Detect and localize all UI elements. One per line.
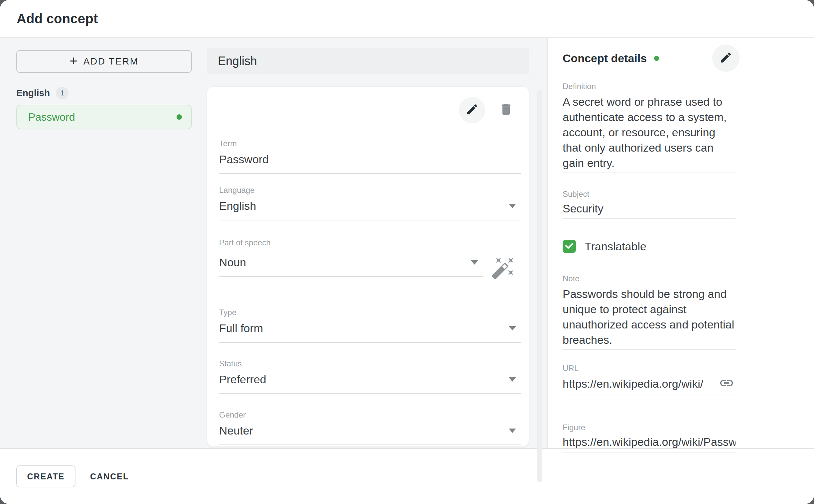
term-list-item-label: Password bbox=[28, 111, 75, 123]
url-input[interactable]: https://en.wikipedia.org/wiki/ bbox=[563, 376, 736, 395]
subject-value: Security bbox=[563, 202, 736, 219]
add-term-label: ADD TERM bbox=[83, 56, 139, 67]
concept-details-title: Concept details bbox=[563, 52, 647, 65]
translatable-label: Translatable bbox=[585, 240, 646, 253]
auto-detect-button[interactable] bbox=[491, 256, 515, 281]
definition-field: Definition A secret word or phrase used … bbox=[563, 81, 736, 173]
vertical-scrollbar[interactable] bbox=[537, 90, 542, 482]
pencil-icon bbox=[466, 103, 479, 117]
translatable-checkbox[interactable] bbox=[563, 240, 576, 253]
delete-term-button[interactable] bbox=[497, 101, 515, 119]
subject-field: Subject Security bbox=[563, 189, 736, 219]
type-select[interactable]: Full form bbox=[219, 321, 521, 343]
part-of-speech-select[interactable]: Noun bbox=[219, 256, 483, 277]
checkmark-icon bbox=[564, 240, 575, 253]
note-value: Passwords should be strong and unique to… bbox=[563, 286, 736, 350]
figure-field: Figure https://en.wikipedia.org/wiki/Pas… bbox=[563, 423, 736, 452]
gender-select-value: Neuter bbox=[219, 424, 253, 437]
url-field: URL https://en.wikipedia.org/wiki/ bbox=[563, 363, 736, 395]
field-gender-label: Gender bbox=[219, 410, 515, 420]
status-select-value: Preferred bbox=[219, 373, 266, 386]
language-select[interactable]: English bbox=[219, 199, 521, 220]
chevron-down-icon bbox=[509, 429, 516, 433]
plus-icon: + bbox=[69, 54, 77, 67]
magic-wand-icon bbox=[491, 256, 515, 282]
term-input-value: Password bbox=[219, 153, 269, 166]
term-list-item[interactable]: Password bbox=[16, 105, 192, 129]
concept-status-dot bbox=[654, 56, 659, 61]
field-language-label: Language bbox=[219, 185, 515, 195]
chevron-down-icon bbox=[509, 204, 516, 208]
page-title: Add concept bbox=[17, 11, 98, 26]
field-gender: Gender Neuter bbox=[219, 410, 515, 445]
url-value: https://en.wikipedia.org/wiki/ bbox=[563, 377, 703, 390]
chevron-down-icon bbox=[509, 326, 516, 330]
field-status: Status Preferred bbox=[219, 359, 515, 394]
term-status-dot bbox=[177, 114, 182, 120]
field-type: Type Full form bbox=[219, 308, 515, 343]
add-term-button[interactable]: + ADD TERM bbox=[16, 50, 192, 73]
concept-details-header: Concept details bbox=[563, 45, 740, 72]
gender-select[interactable]: Neuter bbox=[219, 424, 521, 445]
create-button[interactable]: CREATE bbox=[16, 465, 75, 487]
field-type-label: Type bbox=[219, 308, 515, 317]
subject-label: Subject bbox=[563, 189, 736, 199]
cancel-button[interactable]: CANCEL bbox=[87, 472, 132, 481]
concept-details-panel: Concept details Definition A secret word… bbox=[547, 38, 814, 448]
translatable-row: Translatable bbox=[563, 240, 736, 253]
link-icon bbox=[719, 375, 734, 392]
chevron-down-icon bbox=[509, 377, 516, 382]
note-field: Note Passwords should be strong and uniq… bbox=[563, 274, 736, 350]
note-label: Note bbox=[563, 274, 736, 284]
field-part-of-speech: Part of speech Noun bbox=[219, 238, 515, 281]
language-group-header: English 1 bbox=[16, 87, 207, 99]
field-language: Language English bbox=[219, 185, 515, 220]
dialog-header: Add concept bbox=[0, 0, 814, 38]
url-label: URL bbox=[563, 363, 736, 373]
term-card: Term Password Language English Part bbox=[207, 87, 529, 446]
dialog-footer: CREATE CANCEL bbox=[0, 448, 814, 504]
figure-value[interactable]: https://en.wikipedia.org/wiki/Password bbox=[563, 435, 736, 452]
type-select-value: Full form bbox=[219, 321, 263, 335]
dialog-body: + ADD TERM English 1 Password English bbox=[0, 38, 814, 448]
field-term: Term Password bbox=[219, 139, 515, 174]
terms-sidebar: + ADD TERM English 1 Password bbox=[0, 38, 207, 448]
term-editor: English bbox=[207, 38, 547, 448]
field-part-of-speech-label: Part of speech bbox=[219, 238, 515, 248]
field-status-label: Status bbox=[219, 359, 515, 369]
term-fields: Term Password Language English Part bbox=[219, 139, 515, 445]
term-editor-language-label: English bbox=[218, 54, 257, 68]
term-count-badge: 1 bbox=[56, 87, 68, 99]
open-link-button[interactable] bbox=[719, 376, 734, 391]
term-editor-header: English bbox=[207, 48, 529, 74]
term-card-actions bbox=[219, 97, 515, 123]
edit-concept-button[interactable] bbox=[712, 45, 740, 72]
figure-label: Figure bbox=[563, 423, 736, 433]
status-select[interactable]: Preferred bbox=[219, 373, 521, 394]
trash-icon bbox=[499, 102, 513, 118]
field-term-label: Term bbox=[219, 139, 515, 149]
part-of-speech-select-value: Noun bbox=[219, 256, 246, 269]
add-concept-dialog: Add concept + ADD TERM English 1 Passwor… bbox=[0, 0, 814, 504]
definition-value: A secret word or phrase used to authenti… bbox=[563, 94, 736, 173]
chevron-down-icon bbox=[471, 260, 478, 265]
language-select-value: English bbox=[219, 199, 256, 212]
term-input[interactable]: Password bbox=[219, 153, 521, 174]
edit-term-button[interactable] bbox=[459, 97, 485, 123]
language-group-label: English bbox=[16, 88, 50, 98]
definition-label: Definition bbox=[563, 81, 736, 91]
pencil-icon bbox=[719, 51, 733, 65]
